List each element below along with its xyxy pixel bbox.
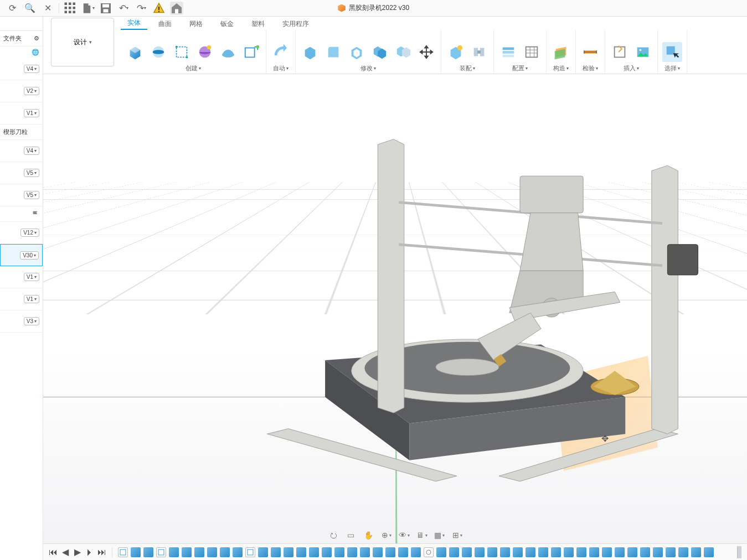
timeline-feature-body[interactable] xyxy=(627,547,637,557)
derive-button[interactable] xyxy=(241,42,261,62)
timeline-feature-body[interactable] xyxy=(602,547,612,557)
new-component-button[interactable] xyxy=(446,42,466,62)
views-button[interactable]: ⊞ xyxy=(451,529,463,541)
version-chip[interactable]: V2 xyxy=(24,87,39,95)
version-chip[interactable]: V30 xyxy=(20,251,39,260)
loft-button[interactable] xyxy=(218,42,238,62)
timeline-feature-sketch[interactable] xyxy=(118,547,128,557)
version-chip[interactable]: V3 xyxy=(24,317,39,325)
browser-item-labeled[interactable]: 楔形刀粒 xyxy=(0,125,43,140)
timeline-feature-body[interactable] xyxy=(436,547,446,557)
timeline-play-button[interactable]: ▶ xyxy=(73,548,82,557)
ribbon-label-select[interactable]: 选择 xyxy=(664,64,680,72)
timeline-next-button[interactable]: ⏵ xyxy=(85,548,94,557)
ribbon-label-configure[interactable]: 配置 xyxy=(512,64,528,72)
presspull-button[interactable] xyxy=(300,42,320,62)
timeline-feature-body[interactable] xyxy=(487,547,497,557)
zoom-button[interactable]: ⊕ xyxy=(380,529,393,541)
browser-item[interactable]: V5 xyxy=(0,184,43,206)
version-chip[interactable]: V1 xyxy=(24,273,39,281)
measure-button[interactable] xyxy=(580,42,600,62)
browser-item[interactable]: V3 xyxy=(0,310,43,333)
tab-mesh[interactable]: 网格 xyxy=(183,18,209,30)
split-button[interactable] xyxy=(393,42,413,62)
table-button[interactable] xyxy=(522,42,542,62)
browser-item-active[interactable]: V30 xyxy=(0,244,43,266)
timeline-feature-body[interactable] xyxy=(296,547,306,557)
browser-item[interactable]: V1 xyxy=(0,102,43,125)
version-chip[interactable]: V12 xyxy=(20,229,39,237)
timeline-feature-body[interactable] xyxy=(449,547,459,557)
save-icon[interactable] xyxy=(99,2,112,15)
file-icon[interactable]: ▾ xyxy=(81,2,95,15)
timeline-scroll-right[interactable] xyxy=(737,546,741,558)
timeline-feature-sketch[interactable] xyxy=(156,547,166,557)
ribbon-label-auto[interactable]: 自动 xyxy=(273,64,289,72)
fillet-button[interactable] xyxy=(323,42,343,62)
lookat-button[interactable]: 👁 xyxy=(398,529,410,541)
timeline-last-button[interactable]: ⏭ xyxy=(97,548,106,557)
refresh-icon[interactable]: ⟳ xyxy=(6,2,19,15)
insert-image-button[interactable] xyxy=(633,42,653,62)
timeline-feature-body[interactable] xyxy=(615,547,625,557)
timeline-feature-body[interactable] xyxy=(169,547,179,557)
timeline-feature-body[interactable] xyxy=(576,547,586,557)
timeline-items[interactable] xyxy=(118,547,734,557)
form-button[interactable] xyxy=(195,42,215,62)
timeline-feature-body[interactable] xyxy=(640,547,650,557)
timeline-feature-body[interactable] xyxy=(271,547,281,557)
timeline-feature-body[interactable] xyxy=(500,547,510,557)
timeline-feature-body[interactable] xyxy=(373,547,383,557)
timeline-feature-body[interactable] xyxy=(666,547,676,557)
timeline-feature-sketch[interactable] xyxy=(245,547,255,557)
extrude-button[interactable] xyxy=(125,42,145,62)
insert-derive-button[interactable] xyxy=(610,42,630,62)
timeline-feature-body[interactable] xyxy=(564,547,574,557)
timeline-feature-body[interactable] xyxy=(309,547,319,557)
version-chip[interactable]: V5 xyxy=(24,191,39,199)
timeline-feature-body[interactable] xyxy=(284,547,293,557)
close-icon[interactable]: ✕ xyxy=(41,2,54,15)
timeline-feature-body[interactable] xyxy=(475,547,485,557)
ribbon-label-insert[interactable]: 插入 xyxy=(624,64,639,72)
search-icon[interactable]: 🔍 xyxy=(23,2,37,15)
tab-utilities[interactable]: 实用程序 xyxy=(276,18,316,30)
tab-solid[interactable]: 实体 xyxy=(121,17,147,30)
timeline-feature-body[interactable] xyxy=(360,547,370,557)
timeline-feature-body[interactable] xyxy=(385,547,395,557)
globe-icon[interactable]: 🌐 xyxy=(32,49,39,56)
design-dropdown[interactable]: 设计 xyxy=(51,18,114,66)
browser-item[interactable]: V1 xyxy=(0,266,43,288)
version-chip[interactable]: V5 xyxy=(24,169,39,177)
tab-sheetmetal[interactable]: 钣金 xyxy=(214,18,240,30)
timeline-feature-body[interactable] xyxy=(513,547,523,557)
home-icon[interactable] xyxy=(170,2,183,15)
select-button[interactable] xyxy=(662,42,682,62)
ribbon-label-assemble[interactable]: 装配 xyxy=(460,64,475,72)
timeline-feature-body[interactable] xyxy=(143,547,153,557)
timeline-feature-joint[interactable] xyxy=(424,547,434,557)
browser-item-flag[interactable] xyxy=(0,206,43,222)
move-button[interactable] xyxy=(416,42,436,62)
warning-icon[interactable] xyxy=(152,2,166,15)
fit-button[interactable]: ▭ xyxy=(345,529,357,541)
browser-item[interactable]: V4 xyxy=(0,58,43,80)
shell-button[interactable] xyxy=(347,42,367,62)
timeline-feature-body[interactable] xyxy=(207,547,217,557)
timeline-feature-body[interactable] xyxy=(398,547,408,557)
redo-icon[interactable]: ↷▾ xyxy=(135,2,148,15)
display-button[interactable]: 🖥 xyxy=(416,529,428,541)
timeline-feature-body[interactable] xyxy=(653,547,663,557)
timeline-feature-body[interactable] xyxy=(411,547,421,557)
timeline-feature-body[interactable] xyxy=(462,547,472,557)
timeline-feature-body[interactable] xyxy=(131,547,141,557)
version-chip[interactable]: V4 xyxy=(24,147,39,155)
timeline-feature-body[interactable] xyxy=(704,547,714,557)
tab-surface[interactable]: 曲面 xyxy=(152,18,178,30)
browser-item[interactable]: V5 xyxy=(0,162,43,184)
combine-button[interactable] xyxy=(370,42,390,62)
pan-button[interactable]: ✋ xyxy=(363,529,375,541)
grid-button[interactable]: ▦ xyxy=(434,529,446,541)
timeline-feature-body[interactable] xyxy=(691,547,701,557)
timeline-feature-body[interactable] xyxy=(538,547,548,557)
